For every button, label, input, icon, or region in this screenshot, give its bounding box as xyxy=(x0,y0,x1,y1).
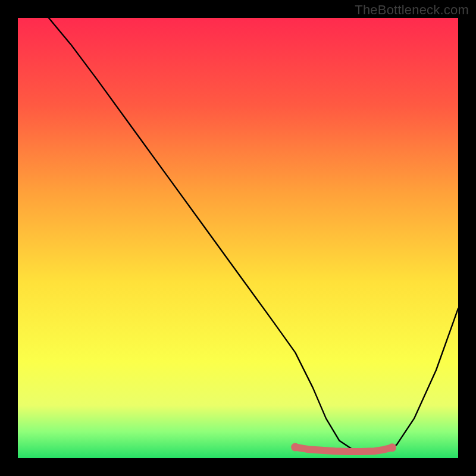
chart-frame: TheBottleneck.com xyxy=(0,0,476,476)
lowband-endpoint xyxy=(291,443,299,452)
curve-overlay xyxy=(18,18,458,458)
lowband-endpoint xyxy=(388,443,396,452)
plot-area xyxy=(18,18,458,458)
lowband-curve xyxy=(295,447,392,452)
watermark-text: TheBottleneck.com xyxy=(355,2,469,18)
bottleneck-curve xyxy=(49,18,458,452)
